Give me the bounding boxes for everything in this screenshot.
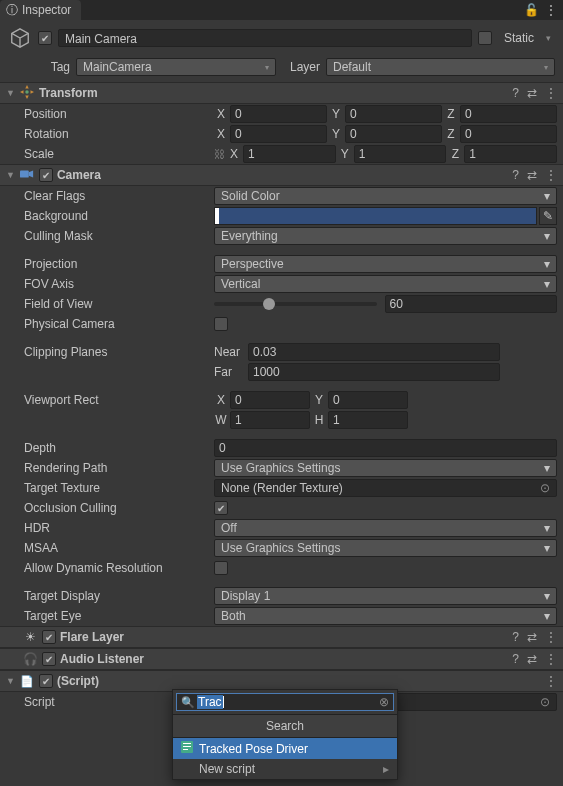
- allowdynamic-checkbox[interactable]: [214, 561, 228, 575]
- viewport-h-field[interactable]: 1: [328, 411, 408, 429]
- preset-icon[interactable]: ⇄: [527, 652, 537, 666]
- camera-enabled-checkbox[interactable]: [39, 168, 53, 182]
- clearflags-dropdown[interactable]: Solid Color▾: [214, 187, 557, 205]
- fold-icon[interactable]: ▼: [6, 88, 15, 98]
- targetdisplay-dropdown[interactable]: Display 1▾: [214, 587, 557, 605]
- targeteye-label: Target Eye: [24, 609, 214, 623]
- targetdisplay-value: Display 1: [221, 589, 270, 603]
- object-picker-icon[interactable]: ⊙: [540, 695, 550, 709]
- far-label: Far: [214, 365, 246, 379]
- axis-x-label: X: [214, 393, 228, 407]
- fovaxis-dropdown[interactable]: Vertical▾: [214, 275, 557, 293]
- targettexture-value: None (Render Texture): [221, 481, 343, 495]
- static-checkbox[interactable]: [478, 31, 492, 45]
- svg-point-0: [25, 90, 29, 94]
- layer-dropdown[interactable]: Default ▾: [326, 58, 555, 76]
- axis-x-label: X: [214, 107, 228, 121]
- svg-rect-1: [20, 170, 29, 177]
- rotation-z-field[interactable]: 0: [460, 125, 557, 143]
- clear-search-icon[interactable]: ⊗: [379, 695, 389, 709]
- axis-y-label: Y: [329, 107, 343, 121]
- position-y-field[interactable]: 0: [345, 105, 442, 123]
- viewport-label: Viewport Rect: [24, 393, 214, 407]
- background-color-swatch[interactable]: [214, 207, 537, 225]
- msaa-dropdown[interactable]: Use Graphics Settings▾: [214, 539, 557, 557]
- axis-y-label: Y: [329, 127, 343, 141]
- component-menu-icon[interactable]: ⋮: [545, 674, 557, 688]
- targettexture-field[interactable]: None (Render Texture)⊙: [214, 479, 557, 497]
- axis-h-label: H: [312, 413, 326, 427]
- search-icon: 🔍: [181, 696, 195, 709]
- flare-icon: ☀: [22, 630, 38, 644]
- help-icon[interactable]: ?: [512, 86, 519, 100]
- axis-y-label: Y: [338, 147, 352, 161]
- tab-menu-icon[interactable]: ⋮: [545, 3, 557, 17]
- targettexture-label: Target Texture: [24, 481, 214, 495]
- fov-field[interactable]: 60: [385, 295, 558, 313]
- viewport-y-field[interactable]: 0: [328, 391, 408, 409]
- help-icon[interactable]: ?: [512, 652, 519, 666]
- occlusion-checkbox[interactable]: [214, 501, 228, 515]
- fov-slider[interactable]: [214, 302, 377, 306]
- projection-dropdown[interactable]: Perspective▾: [214, 255, 557, 273]
- cullingmask-label: Culling Mask: [24, 229, 214, 243]
- fold-icon[interactable]: ▼: [6, 676, 15, 686]
- preset-icon[interactable]: ⇄: [527, 630, 537, 644]
- scale-label: Scale: [24, 147, 214, 161]
- depth-field[interactable]: 0: [214, 439, 557, 457]
- component-menu-icon[interactable]: ⋮: [545, 86, 557, 100]
- gameobject-enabled-checkbox[interactable]: [38, 31, 52, 45]
- preset-icon[interactable]: ⇄: [527, 168, 537, 182]
- viewport-w-field[interactable]: 1: [230, 411, 310, 429]
- near-field[interactable]: 0.03: [248, 343, 500, 361]
- position-x-field[interactable]: 0: [230, 105, 327, 123]
- cullingmask-dropdown[interactable]: Everything▾: [214, 227, 557, 245]
- audiolistener-title: Audio Listener: [60, 652, 508, 666]
- clearflags-value: Solid Color: [221, 189, 280, 203]
- flarelayer-enabled-checkbox[interactable]: [42, 630, 56, 644]
- component-menu-icon[interactable]: ⋮: [545, 652, 557, 666]
- constrain-icon[interactable]: ⛓: [214, 148, 225, 160]
- flarelayer-header: ☀ Flare Layer ?⇄⋮: [0, 626, 563, 648]
- physicalcamera-label: Physical Camera: [24, 317, 214, 331]
- audiolistener-enabled-checkbox[interactable]: [42, 652, 56, 666]
- rotation-y-field[interactable]: 0: [345, 125, 442, 143]
- targeteye-dropdown[interactable]: Both▾: [214, 607, 557, 625]
- fov-label: Field of View: [24, 297, 214, 311]
- targeteye-value: Both: [221, 609, 246, 623]
- viewport-x-field[interactable]: 0: [230, 391, 310, 409]
- component-menu-icon[interactable]: ⋮: [545, 630, 557, 644]
- lock-icon[interactable]: 🔓: [524, 3, 539, 17]
- add-component-popup: 🔍 Trac ⊗ Search Tracked Pose Driver New …: [172, 689, 398, 738]
- scale-z-field[interactable]: 1: [464, 145, 557, 163]
- script-enabled-checkbox[interactable]: [39, 674, 53, 688]
- slider-handle[interactable]: [263, 298, 275, 310]
- cullingmask-value: Everything: [221, 229, 278, 243]
- static-dropdown-arrow[interactable]: ▾: [542, 33, 555, 43]
- inspector-tab[interactable]: ⓘ Inspector: [0, 0, 81, 20]
- gameobject-name-field[interactable]: Main Camera: [58, 29, 472, 47]
- far-field[interactable]: 1000: [248, 363, 500, 381]
- fold-icon[interactable]: ▼: [6, 170, 15, 180]
- help-icon[interactable]: ?: [512, 168, 519, 182]
- projection-label: Projection: [24, 257, 214, 271]
- fovaxis-value: Vertical: [221, 277, 260, 291]
- object-picker-icon[interactable]: ⊙: [540, 481, 550, 495]
- scale-x-field[interactable]: 1: [243, 145, 336, 163]
- rotation-x-field[interactable]: 0: [230, 125, 327, 143]
- scale-y-field[interactable]: 1: [354, 145, 447, 163]
- headphones-icon: 🎧: [22, 652, 38, 666]
- help-icon[interactable]: ?: [512, 630, 519, 644]
- preset-icon[interactable]: ⇄: [527, 86, 537, 100]
- renderingpath-dropdown[interactable]: Use Graphics Settings▾: [214, 459, 557, 477]
- position-z-field[interactable]: 0: [460, 105, 557, 123]
- hdr-dropdown[interactable]: Off▾: [214, 519, 557, 537]
- component-menu-icon[interactable]: ⋮: [545, 168, 557, 182]
- search-title: Search: [173, 714, 397, 738]
- physicalcamera-checkbox[interactable]: [214, 317, 228, 331]
- search-text: Trac: [197, 695, 223, 709]
- tag-dropdown[interactable]: MainCamera ▾: [76, 58, 276, 76]
- msaa-value: Use Graphics Settings: [221, 541, 340, 555]
- color-picker-icon[interactable]: ✎: [539, 207, 557, 225]
- search-input[interactable]: 🔍 Trac ⊗: [176, 693, 394, 711]
